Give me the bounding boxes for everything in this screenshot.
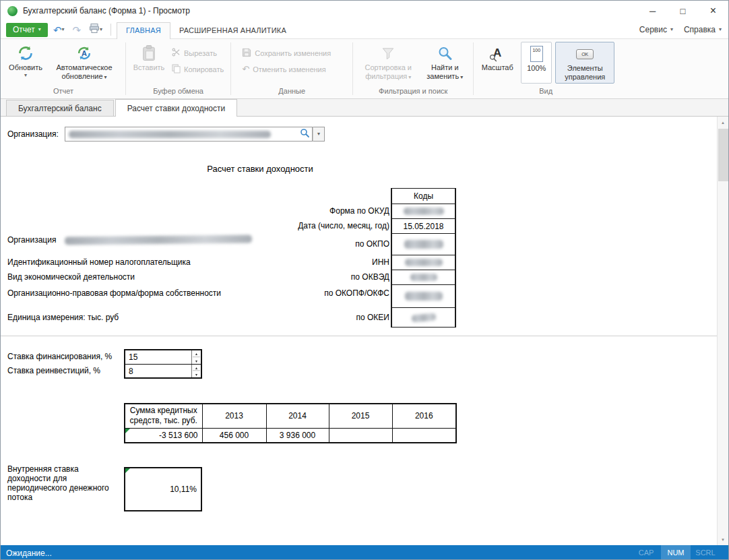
group-separator <box>473 42 474 95</box>
credit-header-sum: Сумма кредитных средств, тыс. руб. <box>125 404 202 428</box>
credit-table-value-row: -3 513 600 456 000 3 936 000 <box>125 428 456 443</box>
ribbon-group-clipboard-label: Буфер обмена <box>127 87 230 98</box>
zoom-100-button[interactable]: 100 100% <box>521 42 552 84</box>
service-menu[interactable]: Сервис ▾ <box>639 25 673 34</box>
legal-form-label: Организационно-правовая форма/форма собс… <box>7 288 221 299</box>
help-menu[interactable]: Справка ▾ <box>684 25 722 34</box>
auto-refresh-button[interactable]: A Автоматическое обновление▾ <box>46 42 122 84</box>
refresh-icon <box>17 43 34 63</box>
reinvest-rate-value: 8 <box>125 365 191 377</box>
refresh-button[interactable]: Обновить ▾ <box>5 42 46 84</box>
caret-down-icon: ▾ <box>460 74 463 80</box>
credit-header-2014: 2014 <box>266 404 329 428</box>
maximize-button[interactable]: □ <box>668 1 698 21</box>
ribbon-tab-main[interactable]: ГЛАВНАЯ <box>117 22 170 39</box>
service-menu-label: Сервис <box>639 25 667 34</box>
reinvest-rate-input[interactable]: 8 ▲ ▼ <box>125 364 201 377</box>
window-title: Бухгалтерский баланс (Форма 1) - Просмот… <box>23 6 190 15</box>
maximize-icon: □ <box>680 6 686 16</box>
okved-label: по ОКВЭД <box>169 272 389 282</box>
find-replace-button[interactable]: Найти и заменить▾ <box>420 42 470 84</box>
org-input[interactable] <box>65 127 313 142</box>
redo-button[interactable]: ↷ <box>69 22 84 37</box>
scroll-up-icon: ▲ <box>721 121 725 125</box>
credit-table: Сумма кредитных средств, тыс. руб. 2013 … <box>124 403 457 443</box>
spinner-down-icon[interactable]: ▼ <box>193 372 200 377</box>
print-button[interactable]: ▾ <box>86 22 105 37</box>
okud-label: Форма по ОКУД <box>169 206 389 216</box>
undo-button[interactable]: ↶ ▾ <box>51 22 67 37</box>
cut-button[interactable]: Вырезать <box>168 46 227 59</box>
sort-filter-label: Сортировка и фильтрация <box>364 63 412 80</box>
org-dropdown-button[interactable]: ▾ <box>313 127 325 142</box>
report-menu-button[interactable]: Отчет ▾ <box>6 23 48 37</box>
search-icon[interactable] <box>300 128 310 140</box>
titlebar: Бухгалтерский баланс (Форма 1) - Просмот… <box>1 1 728 21</box>
ribbon-tab-analytics[interactable]: РАСШИРЕННАЯ АНАЛИТИКА <box>170 22 295 38</box>
spinner: ▲ ▼ <box>191 365 201 377</box>
caret-down-icon: ▾ <box>61 27 64 32</box>
doc-tab-balance[interactable]: Бухгалтерский баланс <box>6 100 114 116</box>
ribbon-group-view-label: Вид <box>474 87 617 98</box>
rate-spinners: 15 ▲ ▼ 8 ▲ ▼ <box>124 349 202 379</box>
ribbon-group-report: Обновить ▾ A Автоматическое обновление▾ … <box>2 39 125 98</box>
copy-label: Копировать <box>184 65 224 73</box>
spinner: ▲ ▼ <box>191 350 201 364</box>
caret-down-icon: ▾ <box>719 27 722 32</box>
credit-header-2013: 2013 <box>202 404 266 428</box>
zoom-icon: A <box>493 43 501 63</box>
cut-label: Вырезать <box>184 49 217 57</box>
refresh-label: Обновить <box>9 63 42 72</box>
minimize-icon: ─ <box>649 6 656 16</box>
reinvest-rate-label: Ставка реинвестиций, % <box>7 365 100 376</box>
status-text: Ожидание... <box>6 549 52 558</box>
report-content: Организация: ▾ Расчет ставки доходности … <box>1 117 728 545</box>
scrollbar-thumb[interactable] <box>718 129 728 181</box>
vertical-scrollbar[interactable]: ▲ ▼ <box>717 117 728 545</box>
spinner-up-icon[interactable]: ▲ <box>193 351 200 357</box>
spinner-up-icon[interactable]: ▲ <box>193 365 200 371</box>
paste-button[interactable]: Вставить <box>129 42 168 84</box>
credit-value-2015[interactable] <box>329 428 392 443</box>
save-icon <box>242 48 251 59</box>
scroll-up-button[interactable]: ▲ <box>718 117 728 128</box>
minimize-button[interactable]: ─ <box>637 1 668 21</box>
caret-down-icon: ▾ <box>24 73 27 78</box>
doc-tab-rate-calc[interactable]: Расчет ставки доходности <box>115 99 238 117</box>
org-input-redacted-value <box>69 131 271 138</box>
financing-rate-input[interactable]: 15 ▲ ▼ <box>125 350 201 364</box>
keyboard-indicators: CAP NUM SCRL <box>631 545 720 560</box>
save-changes-label: Сохранить изменения <box>255 49 331 57</box>
cancel-changes-button[interactable]: ↶ Отменить изменения <box>239 63 334 75</box>
app-window: Бухгалтерский баланс (Форма 1) - Просмот… <box>0 0 729 560</box>
org-name-label: Организация <box>7 235 56 245</box>
group-separator <box>125 42 126 95</box>
credit-value-2014[interactable]: 3 936 000 <box>266 428 329 443</box>
save-changes-button[interactable]: Сохранить изменения <box>239 46 334 59</box>
caret-down-icon: ▾ <box>100 27 102 32</box>
credit-value-2016[interactable] <box>392 428 456 443</box>
sort-filter-button[interactable]: Сортировка и фильтрация▾ <box>356 42 420 84</box>
horizontal-divider <box>1 336 718 336</box>
credit-header-2016: 2016 <box>392 404 456 428</box>
close-button[interactable]: × <box>698 1 728 21</box>
ribbon-group-filter: Сортировка и фильтрация▾ Найти и заменит… <box>354 39 472 98</box>
num-lock-indicator: NUM <box>661 545 691 560</box>
codes-value-inn <box>391 255 456 270</box>
controls-label: Элементы управления <box>556 64 614 82</box>
credit-value-initial[interactable]: -3 513 600 <box>125 428 202 443</box>
inn-label: Идентификационный номер налогоплательщик… <box>7 257 191 268</box>
codes-value-okpo <box>391 233 456 255</box>
copy-button[interactable]: Копировать <box>168 63 227 75</box>
controls-toggle-button[interactable]: OK Элементы управления <box>555 42 614 84</box>
printer-icon <box>89 23 100 36</box>
credit-value-2013[interactable]: 456 000 <box>202 428 266 443</box>
help-menu-label: Справка <box>684 25 716 34</box>
ribbon-group-data-label: Данные <box>232 87 352 98</box>
codes-value-okei <box>391 307 456 328</box>
zoom-button[interactable]: A Масштаб <box>477 42 517 84</box>
scroll-down-button[interactable]: ▼ <box>718 534 728 545</box>
close-icon: × <box>710 5 716 17</box>
spinner-down-icon[interactable]: ▼ <box>193 358 200 363</box>
search-icon <box>437 43 453 63</box>
